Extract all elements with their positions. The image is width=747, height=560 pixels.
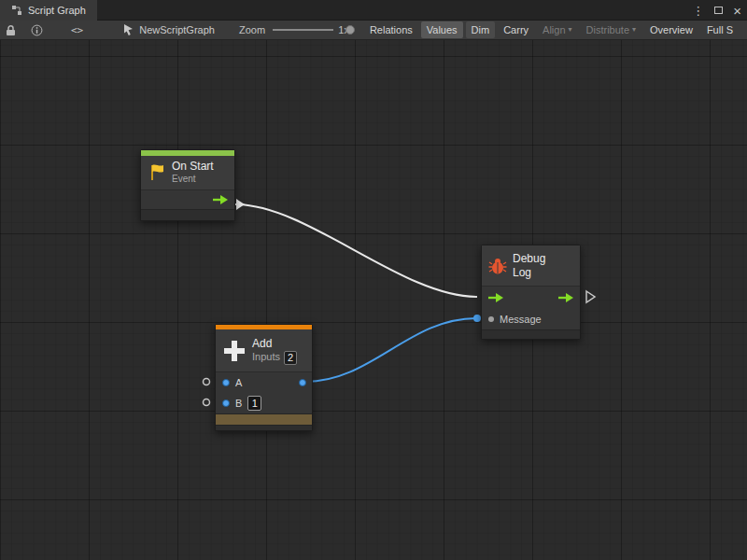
- control-output-port[interactable]: [212, 194, 229, 205]
- node-title: Debug: [513, 252, 545, 266]
- node-add[interactable]: Add Inputs 2 A B 1: [215, 324, 313, 431]
- inputs-count-field[interactable]: 2: [284, 351, 297, 365]
- overview-button-label: Overview: [650, 24, 693, 35]
- relations-button-label: Relations: [370, 24, 413, 35]
- port-b-value-field[interactable]: 1: [247, 396, 261, 411]
- values-button[interactable]: Values: [421, 21, 463, 38]
- zoom-slider[interactable]: [273, 24, 333, 35]
- graph-toolbar: <> NewScriptGraph Zoom 1x Relations Valu…: [0, 21, 747, 40]
- node-footer: [216, 425, 312, 430]
- carry-button[interactable]: Carry: [498, 21, 534, 38]
- port-b-label: B: [235, 398, 242, 409]
- chevron-down-icon: ▾: [632, 26, 636, 34]
- info-icon[interactable]: [31, 24, 43, 36]
- zoom-slider-handle[interactable]: [345, 25, 355, 35]
- add-footer-strip: [216, 413, 312, 425]
- message-input-port[interactable]: [488, 316, 494, 322]
- node-debug-log[interactable]: Debug Log Message: [481, 245, 581, 340]
- kebab-menu-icon[interactable]: ⋮: [692, 5, 704, 17]
- add-ports: A B 1: [216, 372, 312, 413]
- on-start-port-row: [141, 190, 234, 209]
- flag-icon: [148, 162, 166, 183]
- relations-button[interactable]: Relations: [364, 21, 418, 38]
- control-input-port[interactable]: [487, 292, 504, 303]
- on-start-header[interactable]: On Start Event: [141, 156, 234, 190]
- port-row-a: A: [216, 372, 312, 393]
- node-subtitle: Event: [172, 174, 214, 186]
- unconnected-port-indicator-a[interactable]: [204, 379, 210, 385]
- port-row-b: B 1: [216, 393, 312, 413]
- control-output-arrow[interactable]: [236, 199, 245, 210]
- script-graph-window: Script Graph ⋮ × <> NewScriptGraph Zoom …: [0, 0, 747, 560]
- port-a-label: A: [235, 377, 242, 388]
- zoom-slider-track[interactable]: [273, 29, 333, 31]
- control-output-port[interactable]: [557, 292, 574, 303]
- port-a-input[interactable]: [222, 379, 230, 386]
- values-button-label: Values: [427, 24, 458, 35]
- distribute-dropdown[interactable]: Distribute▾: [581, 21, 641, 38]
- overview-button[interactable]: Overview: [644, 21, 698, 38]
- zoom-label: Zoom: [239, 24, 265, 35]
- value-wire-add-to-message[interactable]: [305, 318, 476, 382]
- node-subtitle: Inputs: [252, 351, 280, 364]
- script-graph-icon: [11, 5, 22, 16]
- unconnected-port-indicator-b[interactable]: [204, 399, 210, 406]
- unconnected-control-output-triangle[interactable]: [586, 291, 595, 302]
- dim-button[interactable]: Dim: [466, 21, 496, 38]
- maximize-icon[interactable]: [714, 7, 723, 14]
- debug-log-header[interactable]: Debug Log: [482, 245, 580, 287]
- carry-button-label: Carry: [503, 24, 529, 35]
- node-on-start-event[interactable]: On Start Event: [140, 149, 235, 221]
- script-graph-asset-icon: [122, 23, 134, 36]
- node-footer: [482, 329, 580, 339]
- message-port-row: Message: [482, 309, 580, 329]
- node-footer: [141, 209, 234, 220]
- tab-script-graph[interactable]: Script Graph: [0, 0, 97, 21]
- message-port-connection-dot[interactable]: [473, 315, 481, 322]
- wire-layer: [0, 40, 747, 560]
- lock-icon[interactable]: [6, 24, 16, 36]
- node-title: On Start: [172, 160, 214, 174]
- fullscreen-button-label: Full S: [707, 24, 733, 35]
- log-control-port-row: [482, 287, 580, 309]
- window-controls: ⋮ ×: [692, 0, 741, 21]
- sum-output-port[interactable]: [299, 379, 306, 386]
- node-title: Add: [252, 337, 297, 351]
- align-dropdown-label: Align: [543, 24, 565, 35]
- tab-title: Script Graph: [28, 5, 86, 16]
- code-icon[interactable]: <>: [71, 24, 83, 36]
- distribute-dropdown-label: Distribute: [586, 24, 629, 35]
- close-icon[interactable]: ×: [733, 4, 741, 18]
- fullscreen-button[interactable]: Full S: [701, 21, 739, 38]
- bug-icon: [488, 257, 507, 274]
- graph-name-label[interactable]: NewScriptGraph: [139, 24, 215, 35]
- plus-icon: [222, 339, 247, 363]
- message-port-label: Message: [500, 314, 542, 325]
- port-b-input[interactable]: [222, 399, 230, 407]
- align-dropdown[interactable]: Align▾: [537, 21, 577, 38]
- dim-button-label: Dim: [472, 24, 490, 35]
- graph-canvas[interactable]: On Start Event Add Inpu: [0, 40, 747, 560]
- titlebar: Script Graph ⋮ ×: [0, 0, 747, 21]
- control-wire-onstart-to-log[interactable]: [235, 204, 477, 297]
- chevron-down-icon: ▾: [569, 26, 572, 34]
- add-header[interactable]: Add Inputs 2: [216, 329, 312, 372]
- node-subtitle: Log: [513, 266, 545, 280]
